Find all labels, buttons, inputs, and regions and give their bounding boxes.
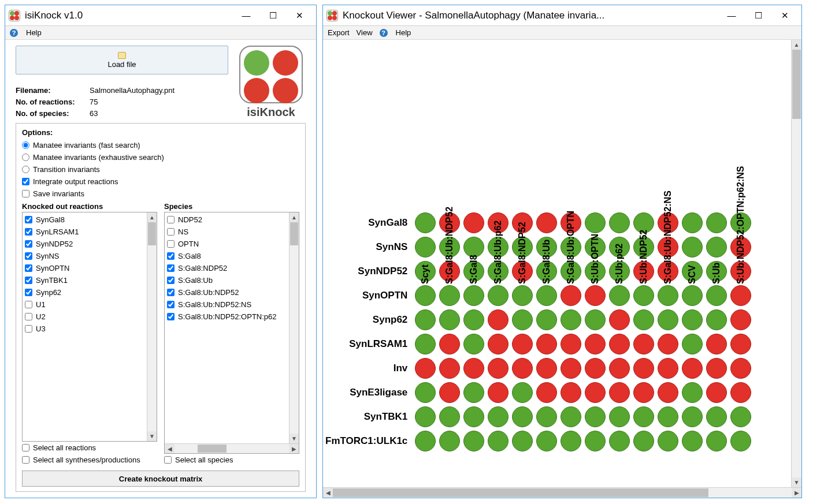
matrix-cell[interactable]: [658, 406, 678, 427]
matrix-cell[interactable]: [706, 309, 727, 330]
matrix-cell[interactable]: [730, 431, 751, 451]
titlebar-viewer[interactable]: Knockout Viewer - SalmonellaAutophagy (M…: [323, 5, 801, 26]
scroll-down-icon[interactable]: ▼: [792, 477, 801, 487]
matrix-cell[interactable]: [633, 406, 654, 427]
check-save-invariants[interactable]: Save invariants: [22, 188, 299, 200]
matrix-cell[interactable]: [561, 285, 581, 306]
matrix-cell[interactable]: [682, 382, 703, 403]
matrix-cell[interactable]: [658, 309, 678, 330]
matrix-cell[interactable]: [439, 309, 460, 330]
close-button[interactable]: ✕: [771, 6, 798, 25]
reactions-scrollbar[interactable]: ▲ ▼: [147, 212, 157, 441]
matrix-cell[interactable]: [730, 334, 751, 354]
menu-help[interactable]: Help: [26, 28, 42, 37]
reaction-item[interactable]: SynNS: [25, 250, 144, 262]
matrix-cell[interactable]: [658, 382, 678, 403]
menu-help[interactable]: Help: [396, 28, 411, 37]
matrix-cell[interactable]: [536, 431, 557, 451]
matrix-cell[interactable]: [561, 431, 581, 451]
menu-export[interactable]: Export: [328, 28, 350, 37]
matrix-cell[interactable]: [463, 285, 484, 306]
matrix-cell[interactable]: [585, 382, 606, 403]
radio-fast-search[interactable]: Manatee invariants (fast search): [22, 139, 299, 151]
radio-exhaustive-search[interactable]: Manatee invariants (exhaustive search): [22, 151, 299, 163]
reaction-item[interactable]: SynTBK1: [25, 274, 144, 286]
matrix-cell[interactable]: [463, 334, 484, 354]
matrix-cell[interactable]: [706, 382, 727, 403]
matrix-cell[interactable]: [512, 406, 533, 427]
scroll-left-icon[interactable]: ◀: [323, 488, 333, 498]
check-select-all-species[interactable]: Select all species: [164, 454, 299, 466]
matrix-cell[interactable]: [512, 309, 533, 330]
reaction-item[interactable]: SynGal8: [25, 214, 144, 226]
reaction-item[interactable]: Synp62: [25, 286, 144, 298]
reaction-item[interactable]: U2: [25, 311, 144, 323]
reaction-item[interactable]: U3: [25, 323, 144, 335]
scroll-up-icon[interactable]: ▲: [147, 212, 157, 222]
matrix-cell[interactable]: [706, 334, 727, 354]
matrix-cell[interactable]: [682, 431, 703, 451]
matrix-cell[interactable]: [463, 431, 484, 451]
matrix-cell[interactable]: [682, 309, 703, 330]
matrix-cell[interactable]: [585, 334, 606, 354]
viewer-vscrollbar[interactable]: ▲ ▼: [791, 40, 801, 487]
matrix-cell[interactable]: [415, 285, 436, 306]
reaction-item[interactable]: SynLRSAM1: [25, 226, 144, 238]
species-item[interactable]: S:Gal8:NDP52: [167, 262, 287, 274]
matrix-cell[interactable]: [488, 285, 508, 306]
matrix-cell[interactable]: [658, 431, 678, 451]
matrix-cell[interactable]: [682, 358, 703, 379]
matrix-cell[interactable]: [415, 406, 436, 427]
matrix-cell[interactable]: [658, 285, 678, 306]
matrix-cell[interactable]: [682, 406, 703, 427]
matrix-cell[interactable]: [488, 358, 508, 379]
species-scrollbar[interactable]: ▲ ▼: [289, 212, 299, 443]
reaction-item[interactable]: SynOPTN: [25, 262, 144, 274]
matrix-cell[interactable]: [706, 431, 727, 451]
matrix-cell[interactable]: [585, 406, 606, 427]
titlebar-main[interactable]: isiKnock v1.0 — ☐ ✕: [5, 5, 316, 26]
matrix-cell[interactable]: [609, 334, 630, 354]
matrix-cell[interactable]: [706, 285, 727, 306]
matrix-cell[interactable]: [463, 309, 484, 330]
close-button[interactable]: ✕: [286, 6, 313, 25]
scroll-right-icon[interactable]: ▶: [289, 444, 299, 453]
species-item[interactable]: S:Gal8:Ub:NDP52:NS: [167, 298, 287, 311]
create-knockout-matrix-button[interactable]: Create knockout matrix: [22, 471, 299, 487]
matrix-cell[interactable]: [512, 382, 533, 403]
matrix-cell[interactable]: [488, 431, 508, 451]
matrix-cell[interactable]: [463, 406, 484, 427]
matrix-cell[interactable]: [512, 334, 533, 354]
scroll-down-icon[interactable]: ▼: [289, 434, 299, 443]
matrix-cell[interactable]: [463, 382, 484, 403]
reaction-item[interactable]: SynNDP52: [25, 238, 144, 250]
matrix-cell[interactable]: [658, 334, 678, 354]
matrix-cell[interactable]: [633, 309, 654, 330]
scroll-up-icon[interactable]: ▲: [792, 40, 801, 50]
matrix-cell[interactable]: [415, 358, 436, 379]
check-integrate-output[interactable]: Integrate output reactions: [22, 176, 299, 188]
scroll-down-icon[interactable]: ▼: [147, 431, 157, 441]
matrix-cell[interactable]: [706, 358, 727, 379]
matrix-cell[interactable]: [439, 285, 460, 306]
matrix-cell[interactable]: [439, 406, 460, 427]
matrix-cell[interactable]: [609, 309, 630, 330]
matrix-cell[interactable]: [439, 431, 460, 451]
matrix-cell[interactable]: [536, 285, 557, 306]
matrix-cell[interactable]: [536, 334, 557, 354]
matrix-cell[interactable]: [585, 309, 606, 330]
matrix-cell[interactable]: [415, 309, 436, 330]
matrix-cell[interactable]: [585, 431, 606, 451]
matrix-cell[interactable]: [512, 285, 533, 306]
scroll-left-icon[interactable]: ◀: [165, 444, 175, 453]
matrix-cell[interactable]: [633, 285, 654, 306]
check-select-all-syntheses[interactable]: Select all syntheses/productions: [22, 454, 157, 466]
species-item[interactable]: S:Gal8:Ub:NDP52:OPTN:p62: [167, 311, 287, 323]
matrix-cell[interactable]: [561, 382, 581, 403]
matrix-cell[interactable]: [561, 358, 581, 379]
matrix-cell[interactable]: [633, 334, 654, 354]
matrix-cell[interactable]: [609, 382, 630, 403]
matrix-cell[interactable]: [730, 309, 751, 330]
matrix-cell[interactable]: [512, 358, 533, 379]
matrix-cell[interactable]: [536, 358, 557, 379]
